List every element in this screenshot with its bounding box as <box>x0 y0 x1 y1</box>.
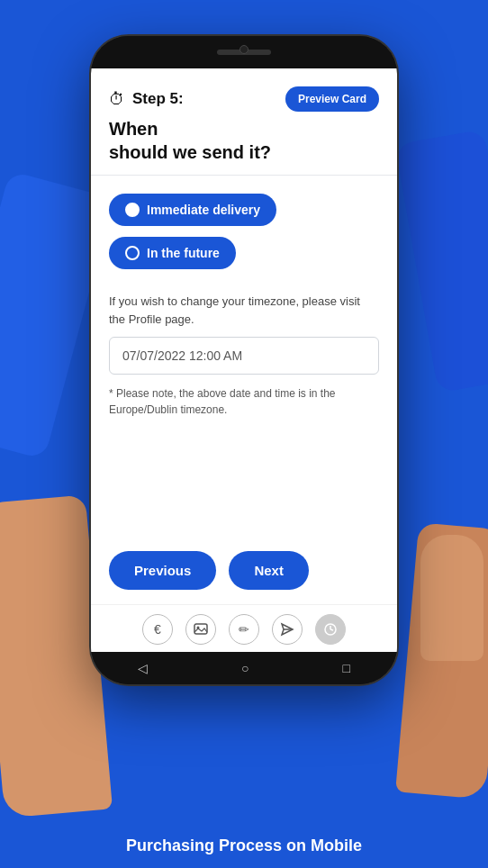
image-icon-button[interactable] <box>185 614 216 645</box>
bottom-banner: Purchasing Process on Mobile <box>0 824 488 868</box>
bottom-icon-bar: € ✏ <box>91 604 397 652</box>
step-content: Immediate delivery In the future If you … <box>91 176 397 551</box>
svg-line-5 <box>330 629 333 630</box>
immediate-delivery-label: Immediate delivery <box>147 203 260 217</box>
radio-dot-empty <box>125 246 140 260</box>
home-nav-icon[interactable]: ○ <box>241 661 249 675</box>
phone: ⏱ Step 5: Preview Card When should we se… <box>91 36 397 684</box>
next-button[interactable]: Next <box>229 551 309 590</box>
radio-dot-filled <box>125 203 140 217</box>
immediate-delivery-option[interactable]: Immediate delivery <box>109 194 276 226</box>
back-nav-icon[interactable]: ◁ <box>138 661 148 675</box>
recent-nav-icon[interactable]: □ <box>343 661 350 675</box>
phone-nav-bar: ◁ ○ □ <box>91 652 397 684</box>
clock-icon-button[interactable] <box>315 614 346 645</box>
step-label: Step 5: <box>132 90 184 108</box>
timezone-note: If you wish to change your timezone, ple… <box>109 293 379 328</box>
date-input[interactable]: 07/07/2022 12:00 AM <box>109 337 379 375</box>
finger-right <box>420 535 483 661</box>
bg-shape-right <box>394 129 488 393</box>
in-the-future-label: In the future <box>147 246 220 260</box>
phone-camera <box>239 45 249 54</box>
previous-button[interactable]: Previous <box>109 551 216 590</box>
phone-screen: ⏱ Step 5: Preview Card When should we se… <box>91 68 397 652</box>
preview-card-button[interactable]: Preview Card <box>285 86 379 112</box>
send-icon-button[interactable] <box>272 614 303 645</box>
euro-icon-button[interactable]: € <box>142 614 173 645</box>
timezone-note2: * Please note, the above date and time i… <box>109 385 379 418</box>
step-title-row: ⏱ Step 5: Preview Card <box>109 86 379 112</box>
pencil-icon-button[interactable]: ✏ <box>229 614 259 645</box>
in-the-future-option[interactable]: In the future <box>109 237 236 269</box>
step-question: When should we send it? <box>109 117 379 164</box>
nav-buttons: Previous Next <box>91 551 397 604</box>
phone-top-bar <box>91 36 397 68</box>
step-header: ⏱ Step 5: Preview Card When should we se… <box>91 68 397 176</box>
clock-icon: ⏱ <box>109 90 125 109</box>
